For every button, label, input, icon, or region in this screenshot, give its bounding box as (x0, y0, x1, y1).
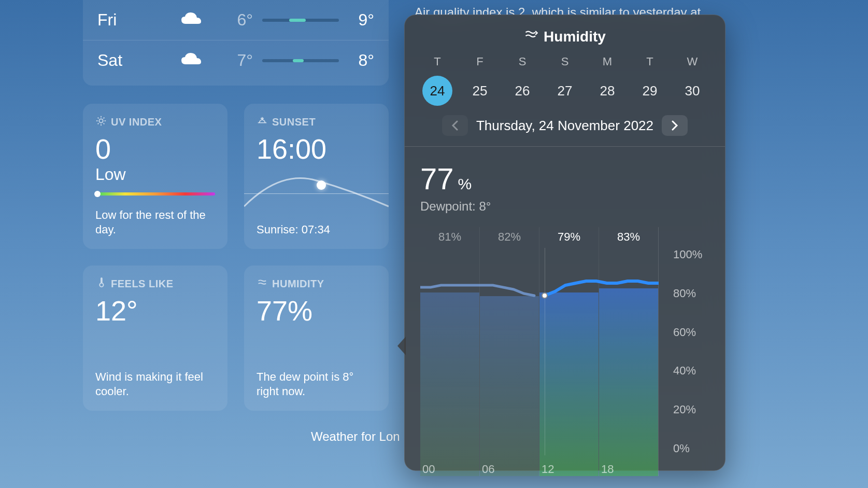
uv-value: 0 (95, 135, 215, 163)
chart-y-tick: 0% (673, 442, 709, 455)
day-number: 28 (592, 76, 622, 106)
humidity-icon (257, 277, 268, 290)
sunset-icon (257, 115, 268, 129)
humidity-icon (524, 27, 538, 46)
svg-line-8 (104, 118, 105, 119)
cloud-icon (175, 52, 206, 69)
chart-x-tick: 00 (420, 463, 480, 476)
chart-y-tick: 60% (673, 326, 709, 339)
humidity-tile[interactable]: HUMIDITY 77% The dew point is 8° right n… (244, 266, 389, 411)
chart-y-tick: 40% (673, 364, 709, 378)
sun-position-dot (317, 180, 326, 190)
day-selector-item[interactable]: F25 (464, 55, 496, 106)
day-letter: S (561, 55, 569, 68)
sun-icon (95, 115, 107, 129)
humidity-detail-value: 77 (420, 161, 454, 196)
tile-label: FEELS LIKE (111, 278, 174, 290)
uv-indicator-dot (94, 191, 101, 197)
chart-y-tick: 100% (673, 248, 709, 261)
thermometer-icon (95, 277, 107, 290)
feels-like-tile[interactable]: FEELS LIKE 12° Wind is making it feel co… (83, 266, 227, 411)
day-number: 24 (422, 76, 452, 106)
humidity-detail-unit: % (458, 175, 472, 193)
day-letter: F (476, 55, 483, 68)
forecast-high: 8° (348, 51, 374, 70)
popup-arrow (397, 337, 406, 355)
humidity-popup: Humidity T24F25S26S27M28T29W30 Thursday,… (404, 15, 725, 471)
next-day-button[interactable] (662, 115, 688, 136)
sunrise-text: Sunrise: 07:34 (257, 222, 376, 238)
day-number: 25 (465, 76, 495, 106)
day-number: 30 (677, 76, 707, 106)
temp-range-bar (262, 59, 339, 62)
svg-line-7 (98, 123, 99, 124)
day-letter: W (687, 55, 698, 68)
day-selector-item[interactable]: W30 (676, 55, 708, 106)
humidity-detail: 77 % Dewpoint: 8° 81%82%79%83% 100%80%60… (420, 147, 709, 476)
forecast-low: 7° (206, 51, 253, 70)
sunset-tile[interactable]: SUNSET 16:00 Sunrise: 07:34 (244, 104, 389, 249)
dewpoint-text: Dewpoint: 8° (420, 199, 709, 214)
tile-label: HUMIDITY (272, 278, 324, 290)
forecast-row[interactable]: Fri 6° 9° (83, 0, 389, 40)
tile-label: UV INDEX (111, 116, 162, 128)
chart-x-tick: 18 (599, 463, 659, 476)
cloud-icon (175, 11, 206, 29)
chart-x-tick: 12 (539, 463, 599, 476)
selected-date: Thursday, 24 November 2022 (476, 118, 653, 134)
day-number: 27 (550, 76, 580, 106)
chart-y-tick: 20% (673, 403, 709, 416)
chevron-left-icon (451, 120, 459, 131)
humidity-value: 77% (257, 297, 376, 325)
date-nav: Thursday, 24 November 2022 (420, 115, 709, 136)
day-letter: M (603, 55, 612, 68)
humidity-desc: The dew point is 8° right now. (257, 370, 376, 399)
svg-line-6 (104, 123, 105, 124)
humidity-chart[interactable]: 81%82%79%83% 100%80%60%40%20%0% 00061218 (420, 227, 709, 476)
day-number: 29 (635, 76, 665, 106)
popup-title: Humidity (420, 27, 709, 46)
tiles-grid: UV INDEX 0 Low Low for the rest of the d… (83, 104, 389, 427)
chart-x-tick: 06 (480, 463, 539, 476)
uv-bar (95, 192, 215, 196)
chart-y-tick: 80% (673, 287, 709, 300)
forecast-list: Fri 6° 9° Sat 7° 8° (83, 0, 389, 86)
day-selector-item[interactable]: S27 (549, 55, 581, 106)
uv-desc: Low for the rest of the day. (95, 208, 215, 238)
chart-y-axis: 100%80%60%40%20%0% (673, 248, 709, 455)
day-number: 26 (507, 76, 537, 106)
day-selector-item[interactable]: M28 (591, 55, 623, 106)
uv-level: Low (95, 165, 215, 184)
day-letter: T (646, 55, 653, 68)
forecast-high: 9° (348, 10, 374, 30)
day-selector-item[interactable]: S26 (506, 55, 538, 106)
chart-now-indicator (542, 292, 548, 299)
popup-title-text: Humidity (544, 29, 606, 45)
chevron-right-icon (671, 120, 678, 131)
day-letter: S (519, 55, 527, 68)
uv-index-tile[interactable]: UV INDEX 0 Low Low for the rest of the d… (83, 104, 227, 249)
svg-line-5 (98, 118, 99, 119)
forecast-day-label: Sat (97, 51, 175, 70)
forecast-row[interactable]: Sat 7° 8° (83, 40, 389, 80)
footer-link[interactable]: Weather for Lon (311, 429, 400, 444)
feels-value: 12° (95, 297, 215, 325)
day-selector-item[interactable]: T24 (421, 55, 453, 106)
day-selector-item[interactable]: T29 (634, 55, 666, 106)
day-selector: T24F25S26S27M28T29W30 (421, 55, 708, 106)
chart-x-axis: 00061218 (420, 463, 659, 476)
sunset-time: 16:00 (257, 135, 376, 163)
tile-label: SUNSET (272, 116, 316, 128)
svg-point-0 (99, 119, 103, 122)
sunset-arc (244, 175, 389, 212)
prev-day-button[interactable] (442, 115, 468, 136)
feels-desc: Wind is making it feel cooler. (95, 370, 215, 399)
temp-range-bar (262, 19, 339, 22)
forecast-low: 6° (206, 10, 253, 30)
day-letter: T (434, 55, 440, 68)
forecast-day-label: Fri (97, 10, 175, 30)
